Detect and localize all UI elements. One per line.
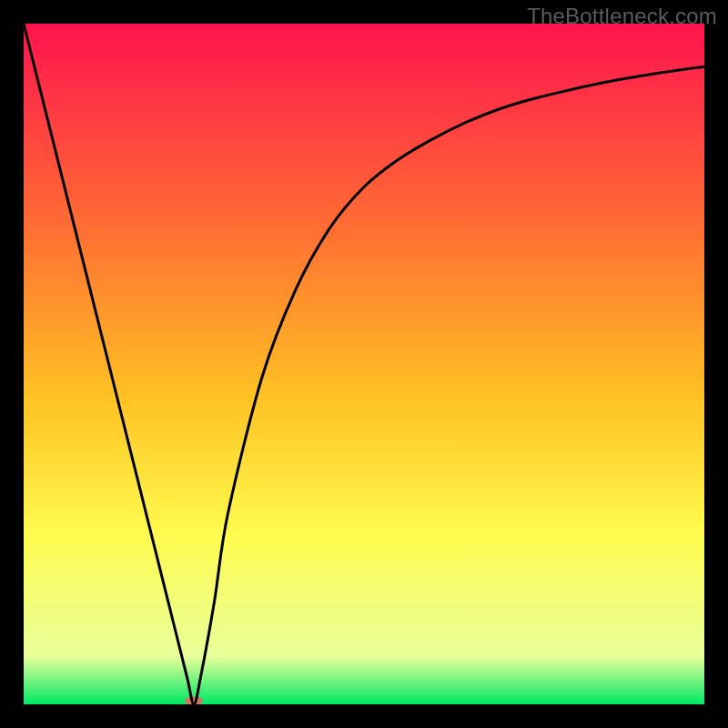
watermark-text: TheBottleneck.com bbox=[527, 4, 717, 29]
chart-svg bbox=[24, 24, 704, 704]
chart-frame: TheBottleneck.com bbox=[0, 0, 728, 728]
gradient-background bbox=[24, 24, 704, 704]
plot-area bbox=[24, 24, 704, 704]
